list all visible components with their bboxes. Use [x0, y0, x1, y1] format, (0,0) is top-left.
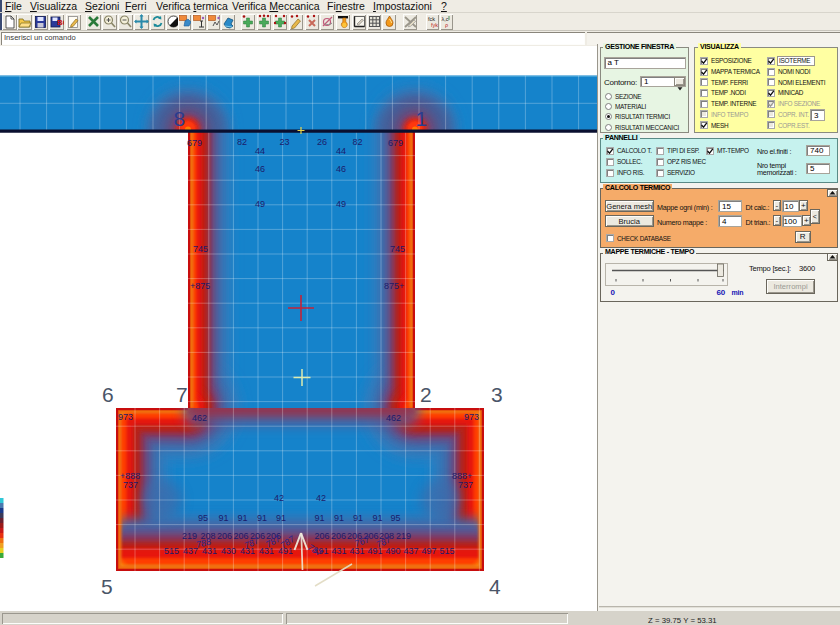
svg-text:515: 515 — [440, 546, 455, 556]
svg-text:206: 206 — [315, 531, 330, 541]
svg-text:fck: fck — [428, 15, 435, 21]
svg-text:1: 1 — [416, 107, 428, 130]
svg-text:91: 91 — [238, 513, 248, 523]
svg-text:430: 430 — [221, 546, 236, 556]
svg-text:5: 5 — [101, 575, 113, 598]
svg-text:737: 737 — [458, 480, 473, 490]
svg-text:26: 26 — [317, 137, 327, 147]
svg-text:431: 431 — [332, 546, 347, 556]
svg-text:49: 49 — [336, 199, 346, 209]
svg-text:ρ: ρ — [445, 22, 448, 28]
svg-text:46: 46 — [336, 164, 346, 174]
svg-text:42: 42 — [274, 493, 284, 503]
svg-text:82: 82 — [237, 137, 247, 147]
svg-text:91: 91 — [315, 513, 325, 523]
svg-text:3: 3 — [491, 383, 503, 406]
svg-text:95: 95 — [198, 513, 208, 523]
svg-text:875+: 875+ — [384, 281, 404, 291]
svg-text:44: 44 — [336, 146, 346, 156]
svg-text:745: 745 — [193, 244, 208, 254]
svg-text:42: 42 — [316, 493, 326, 503]
svg-text:+875: +875 — [190, 281, 210, 291]
svg-text:2: 2 — [420, 383, 432, 406]
svg-text:91: 91 — [257, 513, 267, 523]
svg-text:44: 44 — [255, 146, 265, 156]
svg-text:745: 745 — [390, 244, 405, 254]
svg-text:λ,c: λ,c — [441, 15, 448, 21]
svg-text:206: 206 — [331, 531, 346, 541]
svg-text:95: 95 — [391, 513, 401, 523]
svg-text:437: 437 — [183, 546, 198, 556]
svg-text:973: 973 — [118, 412, 133, 422]
svg-text:219: 219 — [396, 531, 411, 541]
svg-text:679: 679 — [187, 138, 202, 148]
svg-text:462: 462 — [386, 413, 401, 423]
svg-text:497: 497 — [422, 546, 437, 556]
svg-text:515: 515 — [164, 546, 179, 556]
svg-text:679: 679 — [388, 138, 403, 148]
svg-text:737: 737 — [123, 480, 138, 490]
svg-text:206: 206 — [217, 531, 232, 541]
svg-text:fyk: fyk — [431, 22, 438, 28]
svg-text:490: 490 — [386, 546, 401, 556]
svg-text:23: 23 — [280, 137, 290, 147]
svg-text:6: 6 — [102, 383, 114, 406]
svg-text:7: 7 — [176, 383, 188, 406]
svg-text:91: 91 — [276, 513, 286, 523]
svg-text:91: 91 — [373, 513, 383, 523]
svg-text:8: 8 — [174, 107, 186, 130]
svg-text:462: 462 — [192, 413, 207, 423]
svg-text:91: 91 — [353, 513, 363, 523]
svg-text:437: 437 — [404, 546, 419, 556]
svg-text:4: 4 — [489, 575, 501, 598]
svg-text:49: 49 — [255, 199, 265, 209]
svg-text:91: 91 — [334, 513, 344, 523]
svg-text:46: 46 — [255, 164, 265, 174]
svg-text:91: 91 — [219, 513, 229, 523]
svg-text:973: 973 — [464, 412, 479, 422]
svg-text:82: 82 — [353, 137, 363, 147]
svg-text:B6: B6 — [57, 18, 64, 27]
